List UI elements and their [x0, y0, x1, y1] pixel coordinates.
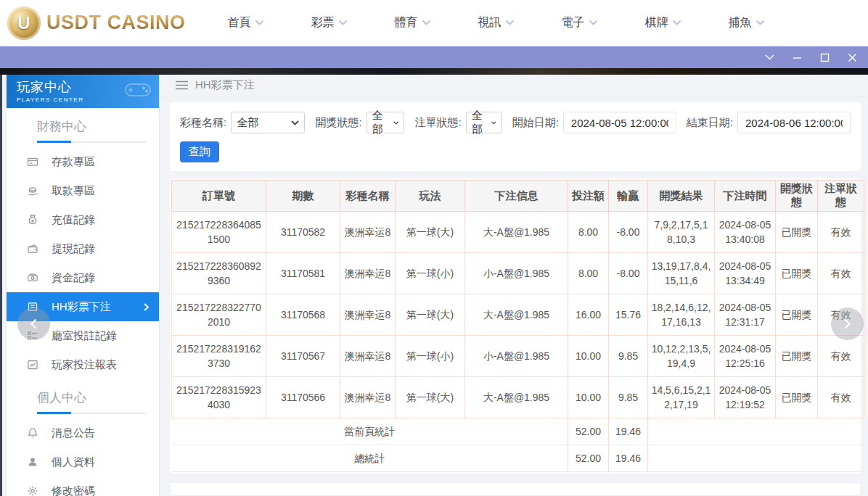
sidebar-item-label: 存款專區: [52, 155, 95, 169]
close-icon[interactable]: [846, 51, 858, 63]
chevron-down-icon: [506, 20, 514, 25]
col-bet-time: 下注時間: [715, 181, 776, 212]
summary-empty: [648, 445, 864, 472]
menu-item-home[interactable]: 首頁: [228, 15, 263, 30]
draw-status-select[interactable]: 全部: [367, 112, 405, 133]
menu-label: 捕魚: [729, 15, 752, 30]
col-order-status: 注單狀態: [818, 181, 864, 212]
cell-lottery-name: 澳洲幸运8: [340, 294, 396, 336]
menu-item-lottery[interactable]: 彩票: [311, 15, 347, 30]
cell-play: 第一球(大): [396, 377, 465, 418]
cell-lottery-name: 澳洲幸运8: [340, 253, 396, 294]
chevron-down-icon: [255, 20, 263, 25]
menu-item-sports[interactable]: 體育: [395, 15, 430, 30]
sidebar-item-withdrawal-record[interactable]: 提現記錄: [7, 234, 159, 263]
cell-winloss: 9.85: [609, 377, 648, 418]
cell-play: 第一球(大): [396, 294, 465, 336]
cell-period: 31170566: [266, 377, 340, 418]
cell-bet-info: 小-A盤@1.985: [465, 336, 568, 377]
search-button[interactable]: 查詢: [180, 141, 219, 162]
sidebar-item-change-password[interactable]: 修改密碼: [7, 476, 159, 496]
player-center-header: 玩家中心 PLAYERS CENTER: [7, 75, 159, 108]
table-row: 2152172283608929360 31170581 澳洲幸运8 第一球(小…: [172, 253, 864, 294]
cell-draw-result: 10,12,2,13,5,19,4,9: [648, 336, 715, 377]
deposit-card-icon: [27, 156, 38, 168]
funds-record-icon: [27, 272, 38, 284]
filter-panel: 彩種名稱: 全部 開獎狀態: 全部 注單狀態: 全部 開始: [170, 102, 861, 171]
cell-bet-time: 2024-08-05 13:34:49: [715, 253, 776, 294]
sidebar-item-announcements[interactable]: 消息公告: [7, 418, 159, 447]
summary-label: 總統計: [172, 445, 568, 472]
sidebar-item-deposit[interactable]: 存款專區: [7, 147, 159, 176]
main-content: HH彩票下注 彩種名稱: 全部 開獎狀態: 全部 注單狀態:: [160, 75, 868, 496]
sidebar-item-player-report[interactable]: 玩家投注報表: [7, 350, 159, 379]
select-value: 全部: [237, 116, 258, 130]
cell-order-no: 2152172283191623730: [172, 336, 266, 377]
menu-label: 電子: [562, 15, 585, 30]
maximize-icon[interactable]: [819, 51, 830, 63]
chevron-down-icon: [422, 20, 430, 25]
cell-play: 第一球(小): [396, 336, 465, 377]
lottery-name-label: 彩種名稱:: [180, 116, 226, 130]
sidebar-item-profile[interactable]: 個人資料: [7, 447, 159, 476]
col-order-no: 訂單號: [172, 181, 266, 212]
table-row: 2152172283191623730 31170567 澳洲幸运8 第一球(小…: [172, 336, 864, 377]
sidebar-item-label: 充值記錄: [52, 213, 95, 227]
profile-person-icon: [27, 456, 38, 468]
menu-item-slots[interactable]: 電子: [562, 15, 597, 30]
table-row: 2152172283159234030 31170566 澳洲幸运8 第一球(大…: [172, 377, 864, 418]
summary-label: 當前頁統計: [172, 418, 568, 445]
cell-bet-info: 大-A盤@1.985: [465, 377, 568, 418]
summary-bet-total: 52.00: [568, 445, 609, 472]
end-date-input[interactable]: [737, 112, 851, 133]
collapse-sidebar-button[interactable]: [17, 307, 50, 340]
menu-item-fishing[interactable]: 捕魚: [729, 15, 764, 30]
cell-draw-status: 已開獎: [776, 294, 818, 336]
cell-bet-amount: 10.00: [568, 336, 609, 377]
main-menu: 首頁 彩票 體育 視訊 電子 棋牌: [228, 15, 764, 30]
sidebar-item-funds-record[interactable]: 資金記錄: [7, 263, 159, 292]
cell-bet-amount: 10.00: [568, 377, 609, 418]
cell-bet-info: 小-A盤@1.985: [465, 253, 568, 294]
sidebar-item-label: 個人資料: [52, 455, 95, 469]
cell-period: 31170581: [266, 253, 340, 294]
player-center-sidebar: 玩家中心 PLAYERS CENTER 財務中心 存款專區 取款專區: [6, 75, 160, 496]
cell-order-status: 有效: [818, 253, 864, 294]
menu-label: 首頁: [228, 15, 251, 30]
menu-item-live[interactable]: 視訊: [478, 15, 514, 30]
window-titlebar: [0, 46, 868, 68]
cell-period: 31170567: [266, 336, 340, 377]
bets-table: 訂單號 期數 彩種名稱 玩法 下注信息 投注額 輸贏 開獎結果 下注時間 開獎狀…: [171, 180, 864, 472]
col-play: 玩法: [396, 181, 465, 212]
table-row: 2152172283640851500 31170582 澳洲幸运8 第一球(大…: [172, 212, 864, 253]
page-summary-row: 當前頁統計 52.00 19.46: [172, 418, 864, 445]
cell-play: 第一球(小): [396, 253, 465, 294]
sidebar-item-withdraw[interactable]: 取款專區: [7, 176, 159, 205]
top-navbar: U USDT CASINO 首頁 彩票 體育 視訊 電子: [0, 0, 868, 46]
table-header-row: 訂單號 期數 彩種名稱 玩法 下注信息 投注額 輸贏 開獎結果 下注時間 開獎狀…: [172, 181, 864, 212]
cell-draw-status: 已開獎: [776, 336, 818, 377]
sidebar-item-recharge-record[interactable]: 充值記錄: [7, 205, 159, 234]
section-underline: [37, 413, 146, 414]
table-row: 2152172283227702010 31170568 澳洲幸运8 第一球(大…: [172, 294, 864, 336]
minimize-icon[interactable]: [791, 51, 803, 63]
expand-panel-button[interactable]: [831, 307, 864, 340]
cell-order-no: 2152172283608929360: [172, 253, 266, 294]
menu-item-cards[interactable]: 棋牌: [645, 15, 681, 30]
usdt-coin-icon: U: [7, 7, 41, 40]
collapse-icon[interactable]: [763, 51, 775, 63]
sidebar-item-label: HH彩票下注: [52, 300, 111, 314]
cell-bet-info: 大-A盤@1.985: [465, 294, 568, 336]
col-period: 期數: [266, 181, 340, 212]
brand-logo[interactable]: U USDT CASINO: [7, 7, 186, 40]
player-report-icon: [27, 359, 38, 371]
cell-period: 31170582: [266, 212, 340, 253]
lottery-name-select[interactable]: 全部: [231, 112, 305, 133]
cell-lottery-name: 澳洲幸运8: [340, 212, 396, 253]
order-status-select[interactable]: 全部: [466, 112, 502, 133]
hamburger-menu-icon[interactable]: [176, 80, 188, 90]
start-date-input[interactable]: [563, 112, 676, 133]
chevron-down-icon: [589, 20, 597, 25]
cell-order-no: 2152172283227702010: [172, 294, 266, 336]
order-status-label: 注單狀態:: [414, 116, 461, 130]
